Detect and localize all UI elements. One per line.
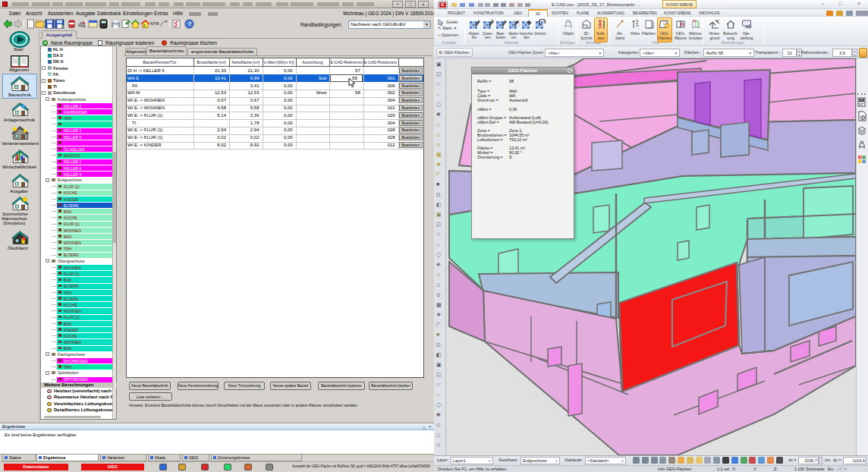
svg-text:✱: ✱	[13, 126, 18, 133]
svg-text:✱: ✱	[22, 127, 27, 134]
svg-text:?: ?	[188, 20, 192, 27]
svg-text:€: €	[143, 24, 146, 28]
svg-text:200: 200	[859, 99, 863, 102]
